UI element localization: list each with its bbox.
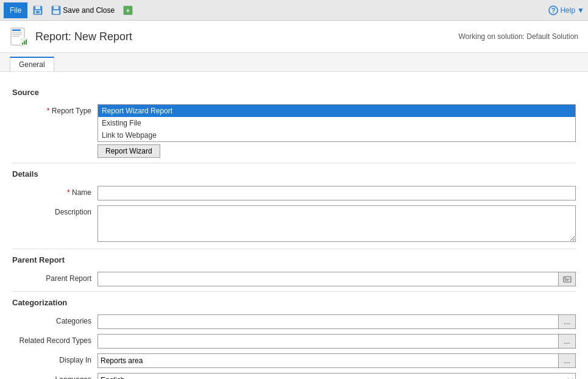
related-record-types-browse-icon: … bbox=[564, 338, 570, 345]
main-content: Source Report Type Report Wizard Report … bbox=[0, 72, 588, 379]
browse-icon bbox=[563, 275, 572, 283]
categories-input[interactable] bbox=[97, 314, 559, 329]
page-title: Report: New Report bbox=[35, 30, 132, 43]
svg-rect-19 bbox=[26, 40, 27, 44]
related-record-types-control: … bbox=[97, 334, 576, 349]
source-section-header: Source bbox=[12, 88, 576, 98]
section-divider-3 bbox=[12, 291, 576, 292]
save-and-close-button[interactable]: Save and Close bbox=[48, 2, 118, 18]
svg-text:+: + bbox=[126, 7, 130, 14]
svg-rect-18 bbox=[24, 41, 25, 44]
parent-report-row: Parent Report bbox=[12, 272, 576, 286]
parent-report-input-group bbox=[97, 272, 576, 286]
name-input[interactable] bbox=[97, 186, 576, 200]
save-icon bbox=[33, 5, 43, 15]
svg-rect-3 bbox=[36, 11, 40, 13]
svg-rect-5 bbox=[54, 6, 58, 9]
tab-general[interactable]: General bbox=[10, 57, 54, 71]
description-label: Description bbox=[12, 205, 97, 216]
report-type-listbox[interactable]: Report Wizard Report Existing File Link … bbox=[97, 104, 576, 142]
extra-icon: + bbox=[123, 5, 133, 15]
display-in-browse-icon: … bbox=[564, 357, 570, 364]
svg-rect-15 bbox=[12, 36, 19, 37]
tab-bar: General bbox=[0, 53, 588, 72]
details-section-header: Details bbox=[12, 169, 576, 180]
report-icon bbox=[10, 27, 29, 46]
report-wizard-button[interactable]: Report Wizard bbox=[97, 144, 160, 158]
help-button[interactable]: ? Help ▼ bbox=[548, 5, 584, 15]
svg-rect-6 bbox=[53, 10, 59, 14]
svg-rect-12 bbox=[12, 29, 21, 31]
svg-rect-17 bbox=[22, 43, 23, 44]
languages-control: English bbox=[97, 373, 576, 379]
toolbar: File Save and Close + ? Help ▼ bbox=[0, 0, 588, 21]
svg-rect-13 bbox=[12, 32, 22, 34]
categories-browse-icon: … bbox=[564, 318, 570, 325]
file-button[interactable]: File bbox=[4, 2, 27, 18]
display-in-control: Reports area … bbox=[97, 353, 576, 368]
page-header: Report: New Report Working on solution: … bbox=[0, 21, 588, 53]
save-close-icon bbox=[51, 5, 61, 15]
report-icon-container bbox=[10, 27, 29, 46]
save-button[interactable] bbox=[30, 2, 46, 18]
related-record-types-browse-button[interactable]: … bbox=[559, 334, 576, 349]
help-label: Help bbox=[560, 6, 575, 15]
languages-label: Languages bbox=[12, 373, 97, 379]
categorization-section-header: Categorization bbox=[12, 298, 576, 308]
svg-text:?: ? bbox=[551, 7, 556, 14]
help-icon: ? bbox=[548, 5, 558, 15]
save-and-close-label: Save and Close bbox=[63, 6, 115, 15]
name-control bbox=[97, 186, 576, 200]
parent-report-input[interactable] bbox=[97, 272, 559, 286]
related-record-types-input-group: … bbox=[97, 334, 576, 349]
section-divider-2 bbox=[12, 249, 576, 249]
help-chevron: ▼ bbox=[577, 6, 584, 15]
description-input[interactable] bbox=[97, 205, 576, 242]
display-in-input-group: Reports area … bbox=[97, 353, 576, 368]
report-type-option-1[interactable]: Existing File bbox=[98, 117, 575, 129]
svg-rect-1 bbox=[35, 6, 40, 9]
solution-text: Working on solution: Default Solution bbox=[458, 32, 578, 41]
name-row: Name bbox=[12, 186, 576, 200]
display-in-label: Display In bbox=[12, 353, 97, 364]
languages-row: Languages English bbox=[12, 373, 576, 379]
report-type-row: Report Type Report Wizard Report Existin… bbox=[12, 104, 576, 158]
related-record-types-input[interactable] bbox=[97, 334, 559, 349]
svg-rect-14 bbox=[12, 34, 22, 35]
categories-label: Categories bbox=[12, 314, 97, 325]
section-divider-1 bbox=[12, 163, 576, 163]
languages-select[interactable]: English bbox=[97, 373, 576, 379]
categories-row: Categories … bbox=[12, 314, 576, 329]
categories-browse-button[interactable]: … bbox=[559, 314, 576, 329]
parent-report-browse-button[interactable] bbox=[559, 272, 576, 286]
display-in-browse-button[interactable]: … bbox=[559, 353, 576, 368]
header-left: Report: New Report bbox=[10, 27, 132, 46]
svg-rect-21 bbox=[564, 277, 566, 278]
parent-report-label: Parent Report bbox=[12, 272, 97, 283]
report-type-option-0[interactable]: Report Wizard Report bbox=[98, 105, 575, 117]
display-in-row: Display In Reports area … bbox=[12, 353, 576, 368]
categories-control: … bbox=[97, 314, 576, 329]
description-row: Description bbox=[12, 205, 576, 244]
parent-report-control bbox=[97, 272, 576, 286]
report-type-control: Report Wizard Report Existing File Link … bbox=[97, 104, 576, 158]
related-record-types-row: Related Record Types … bbox=[12, 334, 576, 349]
report-type-option-2[interactable]: Link to Webpage bbox=[98, 129, 575, 141]
description-control bbox=[97, 205, 576, 244]
name-label: Name bbox=[12, 186, 97, 197]
report-type-label: Report Type bbox=[12, 104, 97, 115]
categories-input-group: … bbox=[97, 314, 576, 329]
display-in-input[interactable]: Reports area bbox=[97, 353, 559, 368]
related-record-types-label: Related Record Types bbox=[12, 334, 97, 345]
extra-toolbar-button[interactable]: + bbox=[120, 2, 136, 18]
parent-report-section-header: Parent Report bbox=[12, 255, 576, 266]
